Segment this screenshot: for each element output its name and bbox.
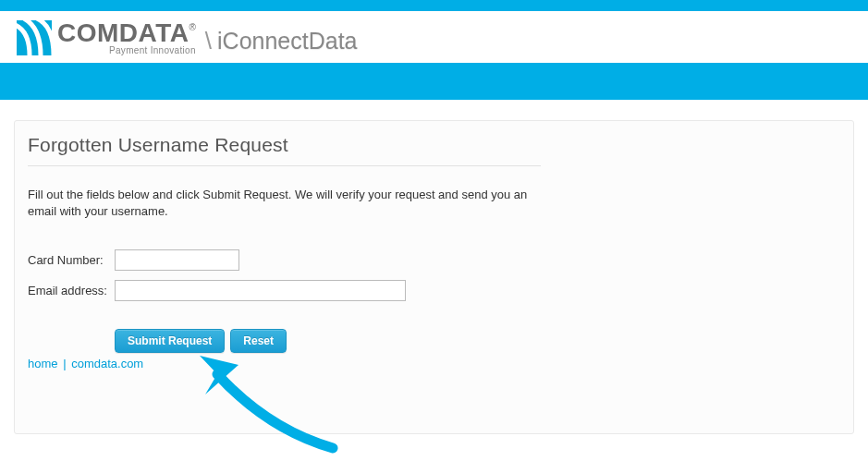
card-number-label: Card Number: bbox=[28, 253, 115, 267]
page-title: Forgotten Username Request bbox=[28, 134, 840, 156]
link-separator: | bbox=[63, 357, 66, 370]
product-name: iConnectData bbox=[217, 30, 357, 53]
email-label: Email address: bbox=[28, 284, 115, 297]
nav-bar bbox=[0, 63, 868, 100]
brand-registered: ® bbox=[189, 22, 195, 32]
footer-links: home | comdata.com bbox=[28, 357, 840, 370]
email-row: Email address: bbox=[28, 280, 840, 301]
home-link[interactable]: home bbox=[28, 357, 58, 370]
submit-request-button[interactable]: Submit Request bbox=[115, 329, 225, 353]
comdata-link[interactable]: comdata.com bbox=[71, 357, 143, 370]
email-input[interactable] bbox=[115, 280, 406, 301]
brand-name: COMDATA bbox=[57, 18, 189, 47]
buttons-row: Submit Request Reset bbox=[115, 329, 840, 353]
forgot-username-card: Forgotten Username Request Fill out the … bbox=[14, 120, 854, 434]
header: COMDATA® Payment Innovation \ iConnectDa… bbox=[0, 11, 868, 63]
reset-button[interactable]: Reset bbox=[230, 329, 287, 353]
logo-block: COMDATA® Payment Innovation bbox=[17, 20, 196, 55]
logo-text: COMDATA® Payment Innovation bbox=[57, 20, 196, 55]
comdata-logo-icon bbox=[17, 20, 52, 55]
brand-separator: \ bbox=[205, 29, 212, 53]
divider bbox=[28, 165, 541, 166]
card-number-input[interactable] bbox=[115, 249, 239, 271]
instructions-text: Fill out the fields below and click Subm… bbox=[28, 187, 541, 220]
card-number-row: Card Number: bbox=[28, 249, 840, 271]
top-stripe bbox=[0, 0, 868, 11]
page-wrap: Forgotten Username Request Fill out the … bbox=[0, 100, 868, 448]
brand-tagline: Payment Innovation bbox=[57, 45, 196, 55]
